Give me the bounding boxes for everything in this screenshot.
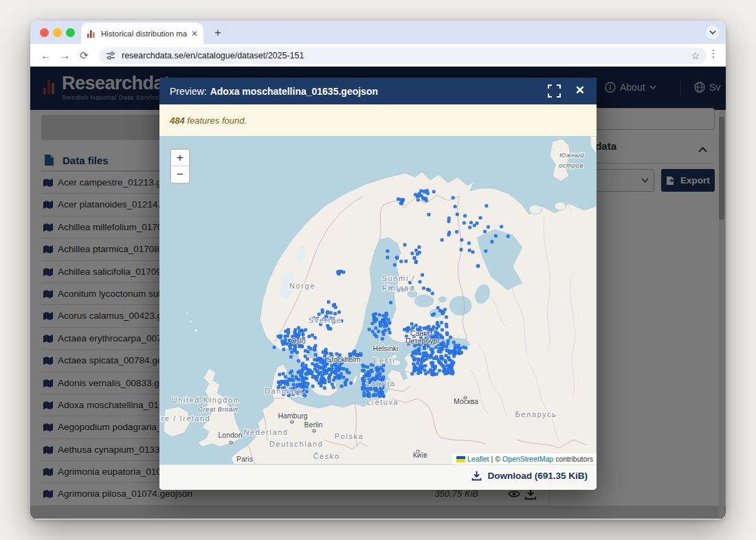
svg-text:Sverige: Sverige <box>309 316 342 324</box>
tab-close-icon[interactable]: ✕ <box>191 29 198 38</box>
tab-strip: Historical distribution maps o ✕ + <box>30 21 726 44</box>
close-window-button[interactable] <box>40 28 49 37</box>
svg-text:Eesti: Eesti <box>373 357 395 365</box>
svg-text:Polska: Polska <box>335 432 364 440</box>
svg-text:Deutschland: Deutschland <box>269 440 324 448</box>
web-page: Researchdata Swedish National Data Servi… <box>30 67 726 519</box>
map-zoom-control: + − <box>170 148 190 184</box>
minimize-window-button[interactable] <box>53 28 62 37</box>
zoom-in-button[interactable]: + <box>171 150 189 166</box>
download-button[interactable]: Download (691.35 KiB) <box>471 471 588 481</box>
feature-count: 484 <box>170 115 185 126</box>
forward-button[interactable]: → <box>56 47 74 64</box>
svg-text:Южный: Южный <box>559 151 584 159</box>
svg-text:Great Britain: Great Britain <box>198 405 238 413</box>
zoom-window-button[interactable] <box>66 28 75 37</box>
svg-text:Éire / Ireland: Éire / Ireland <box>159 414 210 423</box>
chevron-down-icon <box>709 30 716 34</box>
svg-text:Stockholm: Stockholm <box>326 355 360 363</box>
fullscreen-icon[interactable] <box>548 85 561 98</box>
download-icon <box>471 471 482 481</box>
reload-button[interactable]: ⟳ <box>76 47 93 64</box>
features-banner: 484 features found. <box>159 104 597 136</box>
svg-text:Helsinki: Helsinki <box>373 344 399 352</box>
svg-text:Київ: Київ <box>413 451 427 459</box>
osm-link[interactable]: OpenStreetMap <box>502 455 553 463</box>
preview-modal: Preview:Adoxa moschatellina_01635.geojso… <box>159 78 597 490</box>
svg-text:остров: остров <box>559 161 583 169</box>
url-text[interactable]: researchdata.se/en/catalogue/dataset/202… <box>122 51 691 60</box>
leaflet-link[interactable]: Leaflet <box>467 455 489 463</box>
new-tab-button[interactable]: + <box>210 25 225 41</box>
url-bar[interactable]: researchdata.se/en/catalogue/dataset/202… <box>99 47 707 64</box>
svg-text:Berlin: Berlin <box>304 420 323 429</box>
map-attribution: Leaflet | © OpenStreetMap contributors <box>452 453 597 464</box>
tab-title: Historical distribution maps o <box>101 30 187 38</box>
back-button[interactable]: ← <box>37 47 54 64</box>
download-label: Download (691.35 KiB) <box>487 471 588 481</box>
svg-text:Lietuva: Lietuva <box>367 398 399 406</box>
svg-text:Oslo: Oslo <box>291 337 306 345</box>
svg-text:Петербург: Петербург <box>405 337 440 345</box>
modal-footer: Download (691.35 KiB) <box>159 464 597 490</box>
svg-text:Latvija: Latvija <box>366 379 396 387</box>
zoom-out-button[interactable]: − <box>171 166 189 183</box>
svg-text:Suomi /: Suomi / <box>382 274 416 282</box>
svg-text:Беларусь: Беларусь <box>515 410 557 418</box>
leaflet-map[interactable]: NorgeSverigeSuomi /FinlandUnited Kingdom… <box>159 136 597 464</box>
svg-text:United Kingdom: United Kingdom <box>172 396 241 404</box>
ukraine-flag-icon <box>456 456 465 462</box>
svg-text:Finland: Finland <box>382 284 414 292</box>
tab-search-button[interactable] <box>706 25 720 39</box>
close-icon[interactable]: ✕ <box>575 83 585 98</box>
site-favicon <box>87 29 96 38</box>
svg-text:Norge: Norge <box>289 282 315 290</box>
modal-title-filename: Adoxa moschatellina_01635.geojson <box>210 86 378 97</box>
svg-text:Česko: Česko <box>313 452 340 460</box>
svg-text:Nederland: Nederland <box>243 428 288 436</box>
browser-toolbar: ← → ⟳ researchdata.se/en/catalogue/datas… <box>30 44 726 67</box>
modal-header: Preview:Adoxa moschatellina_01635.geojso… <box>159 78 597 104</box>
browser-window: Historical distribution maps o ✕ + ← → ⟳… <box>30 21 726 519</box>
browser-tab[interactable]: Historical distribution maps o ✕ <box>81 23 203 44</box>
svg-text:Москва: Москва <box>454 397 478 405</box>
svg-text:Danmark: Danmark <box>265 387 303 395</box>
modal-title: Preview:Adoxa moschatellina_01635.geojso… <box>170 86 378 97</box>
site-settings-icon[interactable] <box>106 52 115 60</box>
svg-text:Hamburg: Hamburg <box>278 412 307 420</box>
svg-text:Paris: Paris <box>236 455 253 463</box>
browser-menu-icon[interactable]: ⋮ <box>707 47 720 60</box>
svg-text:London: London <box>218 431 242 439</box>
bookmark-star-icon[interactable]: ☆ <box>691 50 700 61</box>
